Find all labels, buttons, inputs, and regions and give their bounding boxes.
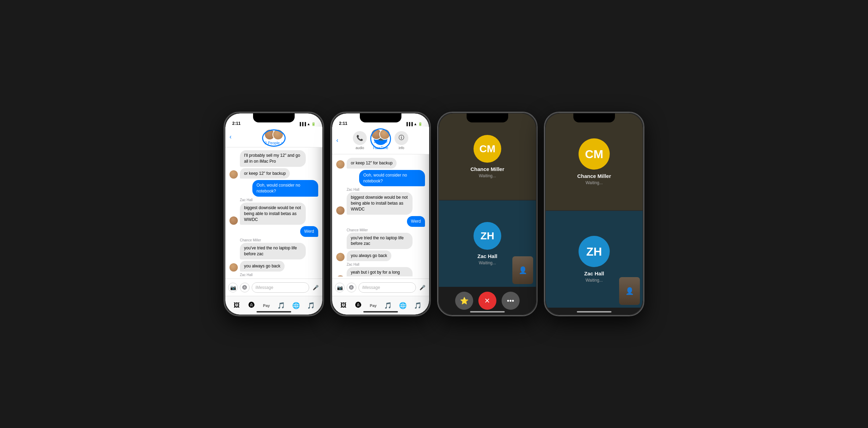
sender-label-zac-2: Zac Hall — [240, 273, 318, 276]
music-icon[interactable]: 🎵 — [276, 300, 287, 311]
side-button-vol-up-4[interactable] — [544, 140, 544, 156]
msg-avatar-2 — [229, 170, 238, 179]
bubble-3: Ooh, would consider no notebook? — [252, 180, 318, 197]
msg-row-2-1: or keep 12" for backup — [336, 158, 425, 169]
msg-row-5: Werd — [229, 226, 318, 237]
globe-icon-2[interactable]: 🌐 — [397, 300, 408, 311]
side-button-vol-up-2[interactable] — [330, 140, 331, 156]
input-bar-1: 📷 🅐 iMessage 🎤 — [225, 279, 322, 296]
msg-row-2: or keep 12" for backup — [229, 168, 318, 179]
phones-container: 2:11 ▐▐▐ ▲ 🔋 ‹ 2 People > — [217, 105, 651, 323]
messages-area-2: or keep 12" for backup Ooh, would consid… — [332, 155, 429, 276]
ft-avatar-cm-4: CM — [579, 138, 610, 170]
ft-star-button[interactable]: ⭐ — [455, 292, 473, 310]
bubble-2-7: yeah but i got by for a long time! — [347, 267, 413, 276]
appstore-icon-2[interactable]: 🅐 — [347, 283, 356, 292]
msg-row-2-4: Werd — [336, 216, 425, 227]
applepay-dock-icon[interactable]: Pay — [261, 300, 272, 311]
status-time-1: 2:11 — [232, 121, 241, 126]
bubble-2-5: you've tried the no laptop life before z… — [347, 233, 413, 249]
music2-icon-2[interactable]: 🎵 — [412, 300, 423, 311]
ft-self-preview-3: 👤 — [512, 256, 533, 284]
notch — [253, 113, 295, 122]
photos-dock-icon[interactable]: 🖼 — [231, 300, 242, 311]
phone-3-screen: CM Chance Miller Waiting... ZH Zac Hall … — [439, 113, 536, 315]
status-icons-2: ▐▐▐ ▲ 🔋 — [405, 122, 422, 126]
appstore-icon-1[interactable]: 🅐 — [240, 283, 250, 292]
msg-row-2-7: yeah but i got by for a long time! — [336, 267, 425, 276]
back-button-1[interactable]: ‹ — [229, 133, 232, 140]
avatar-2 — [272, 129, 284, 140]
photos-dock-icon-2[interactable]: 🖼 — [338, 300, 349, 311]
header-name-1[interactable]: 2 People > — [265, 141, 283, 145]
side-button-mute[interactable] — [224, 130, 224, 138]
home-indicator-3 — [470, 311, 505, 313]
camera-icon-2[interactable]: 📷 — [335, 283, 345, 292]
side-button-mute-4[interactable] — [544, 130, 544, 138]
phone-4-screen: CM Chance Miller Waiting... ZH Zac Hall … — [546, 113, 643, 315]
mic-icon-2[interactable]: 🎤 — [418, 283, 426, 292]
status-time-2: 2:11 — [339, 121, 347, 126]
msg-row-6: you've tried the no laptop life before z… — [229, 243, 318, 259]
info-icon: ⓘ — [394, 131, 408, 145]
phone-1-inner: 2:11 ▐▐▐ ▲ 🔋 ‹ 2 People > — [225, 113, 322, 315]
messages-area-1: I'll probably sell my 12" and go all in … — [225, 147, 322, 276]
header-avatars-1 — [264, 129, 284, 140]
facetime-grid-4: CM Chance Miller Waiting... ZH Zac Hall … — [546, 113, 643, 308]
mic-icon-1[interactable]: 🎤 — [311, 283, 320, 292]
appstore-dock-icon-2[interactable]: 🅐 — [353, 300, 364, 311]
globe-icon[interactable]: 🌐 — [290, 300, 302, 311]
bubble-2: or keep 12" for backup — [240, 168, 290, 179]
audio-action[interactable]: 📞 audio — [351, 131, 369, 150]
home-indicator-2 — [363, 311, 398, 313]
side-button-power-2[interactable] — [431, 147, 431, 168]
side-button-vol-down[interactable] — [224, 159, 224, 175]
side-button-mute-2[interactable] — [330, 130, 331, 138]
msg-row-2-5: you've tried the no laptop life before z… — [336, 233, 425, 249]
music-icon-2[interactable]: 🎵 — [382, 300, 393, 311]
side-button-vol-up[interactable] — [224, 140, 224, 156]
msg-row-4: biggest downside would be not being able… — [229, 203, 318, 225]
info-action[interactable]: ⓘ info — [392, 131, 410, 150]
music2-icon[interactable]: 🎵 — [305, 300, 316, 311]
phone-2: 2:11 ▐▐▐ ▲ 🔋 ‹ 📞 audio 📹 — [330, 112, 431, 316]
info-label: info — [399, 146, 404, 150]
ft-name-zh-4: Zac Hall — [584, 271, 604, 276]
side-button-power-4[interactable] — [644, 147, 644, 168]
msg-avatar-2-6 — [336, 253, 345, 261]
appstore-dock-icon[interactable]: 🅐 — [246, 300, 257, 311]
imessage-input-2[interactable]: iMessage — [358, 282, 416, 293]
sender-label-chance-1: Chance Miller — [240, 238, 318, 242]
sender-label-zac-1: Zac Hall — [240, 198, 318, 202]
ft-end-button[interactable]: ✕ — [478, 292, 496, 310]
side-button-vol-down-3[interactable] — [437, 159, 437, 175]
sender-label-zac-2-2: Zac Hall — [347, 263, 425, 266]
msg-avatar-4 — [229, 216, 238, 225]
back-button-2[interactable]: ‹ — [336, 137, 338, 144]
camera-icon-1[interactable]: 📷 — [228, 283, 238, 292]
bubble-2-2: Ooh, would consider no notebook? — [359, 170, 425, 187]
ft-avatar-cm: CM — [474, 135, 501, 163]
side-button-mute-3[interactable] — [437, 130, 437, 138]
side-button-vol-down-4[interactable] — [544, 159, 544, 175]
side-button-vol-up-3[interactable] — [437, 140, 437, 156]
sender-label-zac-2-1: Zac Hall — [347, 188, 425, 191]
phone-3: CM Chance Miller Waiting... ZH Zac Hall … — [437, 112, 538, 316]
side-button-vol-down-2[interactable] — [330, 159, 331, 175]
header-center-1: 2 People > — [264, 129, 284, 145]
side-button-power-3[interactable] — [537, 147, 538, 168]
audio-label: audio — [356, 146, 364, 150]
bubble-5: Werd — [300, 226, 318, 237]
imessage-input-1[interactable]: iMessage — [252, 282, 309, 293]
audio-icon: 📞 — [353, 131, 367, 145]
contact-header-avatars — [371, 129, 390, 140]
bubble-6: you've tried the no laptop life before z… — [240, 243, 306, 259]
side-button-power[interactable] — [324, 147, 324, 168]
messages-header-1: ‹ 2 People > — [225, 127, 322, 147]
msg-row-1: I'll probably sell my 12" and go all in … — [229, 150, 318, 167]
applepay-dock-icon-2[interactable]: Pay — [368, 300, 379, 311]
ft-more-button[interactable]: ••• — [502, 292, 520, 310]
input-placeholder-2: iMessage — [362, 285, 380, 290]
ft-cell-cm: CM Chance Miller Waiting... — [439, 113, 536, 200]
ft-self-preview-4: 👤 — [619, 277, 640, 305]
